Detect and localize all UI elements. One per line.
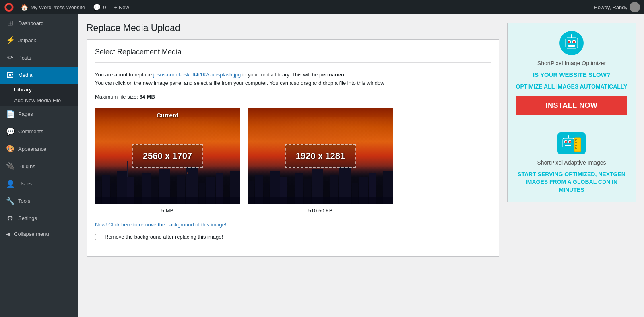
desc-line2: You can click on the new image panel and… bbox=[95, 80, 384, 86]
svg-rect-49 bbox=[573, 41, 575, 43]
media-icon: 🖼 bbox=[6, 70, 14, 80]
comments-icon: 💬 bbox=[6, 127, 14, 137]
plugins-icon: 🔌 bbox=[6, 161, 14, 171]
sidebar-item-appearance[interactable]: 🎨 Appearance bbox=[0, 140, 78, 158]
sidebar-item-label: Jetpack bbox=[18, 37, 36, 44]
sidebar-item-users[interactable]: 👤 Users bbox=[0, 175, 78, 193]
pages-icon: 📄 bbox=[6, 109, 14, 119]
comments-icon: 💬 bbox=[93, 4, 101, 11]
svg-rect-48 bbox=[568, 41, 570, 43]
jetpack-icon: ⚡ bbox=[6, 35, 14, 45]
svg-point-20 bbox=[119, 177, 120, 177]
checkbox-label: Remove the background after replacing th… bbox=[105, 234, 223, 240]
svg-point-24 bbox=[187, 172, 188, 173]
ad-subheadline-1: OPTIMIZE ALL IMAGES AUTOMATICALLY bbox=[516, 83, 627, 91]
posts-icon: ✏ bbox=[6, 53, 14, 63]
ad-shortpixel-adaptive: ShortPixel Adaptive Images START SERVING… bbox=[507, 124, 636, 203]
install-now-button[interactable]: INSTALL NOW bbox=[516, 96, 627, 115]
sidebar-ads: ShortPixel Image Optimizer IS YOUR WEBSI… bbox=[507, 23, 636, 309]
avatar[interactable] bbox=[630, 2, 640, 12]
remove-bg-checkbox[interactable] bbox=[95, 234, 101, 240]
layout: ⊞ Dashboard ⚡ Jetpack ✏ Posts 🖼 Media Li… bbox=[0, 14, 644, 317]
collapse-label: Collapse menu bbox=[14, 231, 49, 237]
plugin-name-1: ShortPixel Image Optimizer bbox=[537, 60, 606, 66]
ad-subheadline-2: START SERVING OPTIMIZED, NEXTGEN IMAGES … bbox=[516, 171, 627, 194]
description: You are about to replace jesus-curiel-ns… bbox=[95, 71, 491, 88]
new-image[interactable]: 1920 x 1281 bbox=[248, 108, 393, 204]
sidebar-item-label: Posts bbox=[18, 54, 31, 62]
sidebar: ⊞ Dashboard ⚡ Jetpack ✏ Posts 🖼 Media Li… bbox=[0, 14, 78, 317]
howdy-text: Howdy, Randy bbox=[594, 4, 627, 10]
shortpixel-logo-2 bbox=[557, 132, 586, 154]
sidebar-media-submenu: Library Add New Media File bbox=[0, 84, 78, 106]
sidebar-item-media[interactable]: 🖼 Media bbox=[0, 67, 78, 84]
svg-rect-53 bbox=[563, 138, 574, 148]
admin-bar-home[interactable]: 🏠 My WordPress Website bbox=[17, 0, 89, 14]
svg-point-26 bbox=[207, 181, 208, 181]
comments-count: 0 bbox=[103, 4, 106, 10]
max-file-info: Maximum file size: 64 MB bbox=[95, 94, 491, 100]
sidebar-item-comments[interactable]: 💬 Comments bbox=[0, 123, 78, 140]
dashboard-icon: ⊞ bbox=[6, 18, 14, 28]
ad-headline-1: IS YOUR WEBSITE SLOW? bbox=[533, 71, 610, 78]
content-area: Replace Media Upload Select Replacement … bbox=[87, 23, 499, 309]
page-title: Replace Media Upload bbox=[87, 23, 499, 33]
sidebar-sub-library[interactable]: Library bbox=[0, 84, 78, 95]
sidebar-collapse[interactable]: ◀ Collapse menu bbox=[0, 227, 78, 241]
robot-svg-1 bbox=[561, 33, 582, 53]
desc-part2: in your media library. This will be bbox=[241, 72, 319, 78]
desc-part1: You are about to replace bbox=[95, 72, 153, 78]
library-label: Library bbox=[14, 86, 32, 93]
shortpixel-logo-1 bbox=[559, 31, 584, 55]
section-title: Select Replacement Media bbox=[95, 48, 491, 63]
ad-shortpixel-optimizer: ShortPixel Image Optimizer IS YOUR WEBSI… bbox=[507, 23, 636, 124]
content-box: Select Replacement Media You are about t… bbox=[87, 39, 499, 257]
svg-point-60 bbox=[568, 135, 569, 137]
remove-bg-link[interactable]: New! Click here to remove the background… bbox=[95, 222, 491, 228]
plugin-name-2: ShortPixel Adaptive Images bbox=[537, 159, 606, 166]
admin-bar: ⭕ 🏠 My WordPress Website 💬 0 + New Howdy… bbox=[0, 0, 644, 14]
svg-rect-61 bbox=[574, 138, 581, 152]
admin-bar-new[interactable]: + New bbox=[110, 0, 133, 14]
max-file-label: Maximum file size: bbox=[95, 94, 138, 100]
svg-rect-44 bbox=[248, 197, 393, 204]
svg-rect-56 bbox=[565, 141, 567, 143]
new-image-panel[interactable]: 1920 x 1281 510.50 KB bbox=[248, 108, 393, 214]
tools-icon: 🔧 bbox=[6, 196, 14, 206]
current-label: Current bbox=[157, 112, 178, 119]
desc-part3: . bbox=[346, 72, 347, 78]
sidebar-item-pages[interactable]: 📄 Pages bbox=[0, 106, 78, 123]
checkbox-row: Remove the background after replacing th… bbox=[95, 234, 491, 240]
sidebar-item-label: Comments bbox=[18, 128, 43, 135]
sidebar-item-settings[interactable]: ⚙ Settings bbox=[0, 210, 78, 227]
svg-point-52 bbox=[571, 34, 572, 36]
sidebar-item-label: Pages bbox=[18, 111, 33, 118]
images-row: Current 2560 x 1707 5 MB bbox=[95, 108, 491, 214]
sidebar-item-label: Appearance bbox=[18, 146, 46, 153]
sidebar-item-dashboard[interactable]: ⊞ Dashboard bbox=[0, 14, 78, 32]
current-dimensions: 2560 x 1707 bbox=[132, 144, 203, 168]
users-icon: 👤 bbox=[6, 179, 14, 189]
robot-svg-2 bbox=[561, 134, 583, 152]
current-image[interactable]: Current 2560 x 1707 bbox=[95, 108, 240, 204]
sidebar-item-label: Users bbox=[18, 180, 32, 187]
current-size: 5 MB bbox=[161, 208, 173, 214]
sidebar-item-jetpack[interactable]: ⚡ Jetpack bbox=[0, 32, 78, 49]
svg-rect-45 bbox=[566, 38, 578, 48]
sidebar-item-plugins[interactable]: 🔌 Plugins bbox=[0, 158, 78, 175]
filename-link[interactable]: jesus-curiel-nskeft4t1KA-unsplash.jpg bbox=[153, 72, 241, 78]
sidebar-item-label: Media bbox=[18, 72, 32, 79]
sidebar-item-label: Dashboard bbox=[18, 20, 44, 27]
svg-rect-50 bbox=[568, 45, 575, 47]
svg-point-25 bbox=[193, 177, 194, 177]
svg-rect-57 bbox=[569, 141, 571, 143]
main-content: Replace Media Upload Select Replacement … bbox=[78, 14, 644, 317]
sidebar-item-tools[interactable]: 🔧 Tools bbox=[0, 193, 78, 210]
admin-bar-comments[interactable]: 💬 0 bbox=[89, 0, 110, 14]
sidebar-item-posts[interactable]: ✏ Posts bbox=[0, 49, 78, 66]
new-label: + New bbox=[114, 4, 129, 10]
new-size: 510.50 KB bbox=[308, 208, 333, 214]
sidebar-sub-add-new[interactable]: Add New Media File bbox=[0, 95, 78, 106]
wp-logo-icon[interactable]: ⭕ bbox=[4, 2, 14, 12]
new-dimensions: 1920 x 1281 bbox=[285, 144, 356, 168]
